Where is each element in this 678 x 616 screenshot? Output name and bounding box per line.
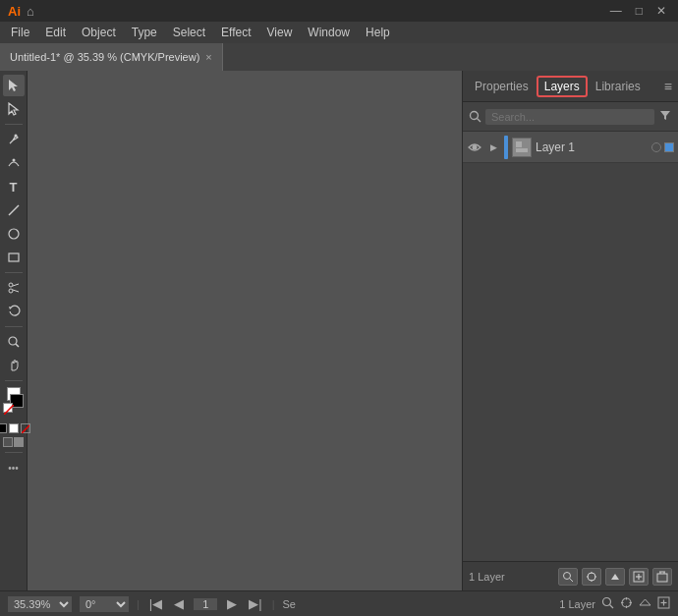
tool-divider-5	[5, 452, 23, 453]
tool-divider-1	[5, 124, 23, 125]
panel-menu-icon[interactable]: ≡	[664, 79, 672, 94]
layer-select-square[interactable]	[664, 142, 674, 152]
svg-line-13	[16, 344, 19, 347]
doc-tab-close[interactable]: ×	[205, 51, 211, 63]
locate-object-button[interactable]	[582, 568, 601, 586]
left-toolbar: T	[0, 71, 28, 590]
layer-visibility-toggle[interactable]	[467, 140, 482, 155]
svg-line-24	[570, 578, 574, 582]
svg-point-2	[14, 135, 17, 138]
eye-icon	[468, 140, 481, 154]
svg-marker-1	[9, 103, 18, 115]
status-add-icon[interactable]	[657, 596, 670, 611]
status-separator-1: |	[137, 598, 140, 610]
svg-line-14	[4, 405, 14, 415]
maximize-button[interactable]: □	[632, 4, 647, 18]
ellipse-tool[interactable]	[3, 223, 25, 245]
svg-point-19	[473, 144, 478, 149]
move-up-button[interactable]	[605, 568, 625, 586]
svg-marker-30	[611, 574, 619, 580]
menu-edit[interactable]: Edit	[38, 24, 73, 41]
menu-select[interactable]: Select	[166, 24, 212, 41]
svg-rect-22	[516, 148, 528, 152]
delete-layer-button[interactable]	[652, 568, 672, 586]
layer-color-indicator	[504, 136, 508, 159]
line-tool[interactable]	[3, 199, 25, 221]
view-mode-normal[interactable]	[3, 437, 13, 447]
status-bar: 35.39% 0° | |◀ ◀ ▶ ▶| | Se 1 Layer	[0, 590, 678, 616]
svg-line-17	[478, 119, 481, 123]
svg-point-38	[603, 598, 611, 606]
doc-tab-title: Untitled-1* @ 35.39 % (CMYK/Preview)	[10, 51, 199, 63]
layer-count-label: 1 Layer	[469, 571, 505, 583]
title-bar-left: Ai ⌂	[8, 4, 34, 19]
hand-tool[interactable]	[3, 355, 25, 376]
zoom-select[interactable]: 35.39%	[8, 596, 72, 612]
svg-marker-18	[660, 111, 670, 120]
minimize-button[interactable]: —	[606, 4, 626, 18]
zoom-tool[interactable]	[3, 331, 25, 353]
none-swatch[interactable]	[3, 403, 13, 413]
scissors-tool[interactable]	[3, 277, 25, 299]
curvature-tool[interactable]	[3, 152, 25, 174]
svg-marker-45	[640, 599, 650, 605]
layers-list: ▶ Layer 1	[463, 132, 678, 561]
filter-svg	[658, 108, 672, 122]
svg-point-8	[9, 289, 13, 293]
layers-search-input[interactable]	[485, 109, 654, 125]
menu-object[interactable]: Object	[75, 24, 123, 41]
next-artboard-btn[interactable]: ▶	[225, 596, 239, 611]
rotate-tool[interactable]	[3, 301, 25, 322]
select-tool[interactable]	[3, 75, 25, 96]
color-modes	[0, 423, 30, 433]
layer-expand-arrow[interactable]: ▶	[486, 140, 500, 154]
menu-view[interactable]: View	[260, 24, 300, 41]
color-mode-white[interactable]	[9, 423, 19, 433]
status-right: 1 Layer	[559, 596, 670, 611]
menu-effect[interactable]: Effect	[214, 24, 257, 41]
menu-file[interactable]: File	[4, 24, 36, 41]
svg-marker-0	[9, 80, 18, 91]
layer-thumbnail	[512, 138, 532, 157]
menu-help[interactable]: Help	[359, 24, 397, 41]
artboard-number-input[interactable]	[194, 598, 217, 610]
menu-window[interactable]: Window	[301, 24, 357, 41]
angle-select[interactable]: 0°	[80, 596, 129, 612]
status-search-icon[interactable]	[601, 596, 614, 611]
layer-target-circle[interactable]	[651, 142, 661, 152]
home-icon[interactable]: ⌂	[27, 4, 34, 19]
svg-line-4	[9, 205, 19, 215]
search-layer-button[interactable]	[558, 568, 578, 586]
status-locate-icon[interactable]	[620, 596, 633, 611]
layer-row[interactable]: ▶ Layer 1	[463, 132, 678, 163]
menu-type[interactable]: Type	[125, 24, 164, 41]
search-icon	[469, 110, 481, 123]
close-button[interactable]: ✕	[652, 4, 670, 18]
tab-libraries[interactable]: Libraries	[588, 76, 649, 97]
svg-point-5	[9, 229, 19, 239]
type-tool[interactable]: T	[3, 176, 25, 197]
tab-properties[interactable]: Properties	[467, 76, 537, 97]
tool-divider-2	[5, 272, 23, 273]
add-layer-button[interactable]	[629, 568, 649, 586]
status-move-icon[interactable]	[639, 596, 651, 611]
tool-divider-3	[5, 326, 23, 327]
tool-divider-4	[5, 380, 23, 381]
panel-tabs: Properties Layers Libraries ≡	[463, 71, 678, 102]
last-artboard-btn[interactable]: ▶|	[247, 596, 263, 611]
direct-select-tool[interactable]	[3, 98, 25, 120]
app-logo: Ai	[8, 4, 21, 19]
status-text: Se	[283, 598, 296, 610]
filter-icon[interactable]	[658, 108, 672, 125]
tab-layers[interactable]: Layers	[537, 76, 588, 97]
view-mode-full[interactable]	[14, 437, 24, 447]
doc-tab[interactable]: Untitled-1* @ 35.39 % (CMYK/Preview) ×	[0, 43, 223, 71]
first-artboard-btn[interactable]: |◀	[147, 596, 164, 611]
doc-tabs: Untitled-1* @ 35.39 % (CMYK/Preview) ×	[0, 43, 678, 71]
rect-tool[interactable]	[3, 247, 25, 268]
more-tools[interactable]: •••	[3, 457, 25, 478]
prev-artboard-btn[interactable]: ◀	[172, 596, 186, 611]
fill-stroke-area	[3, 387, 25, 419]
color-mode-normal[interactable]	[0, 423, 7, 433]
pen-tool[interactable]	[3, 129, 25, 150]
